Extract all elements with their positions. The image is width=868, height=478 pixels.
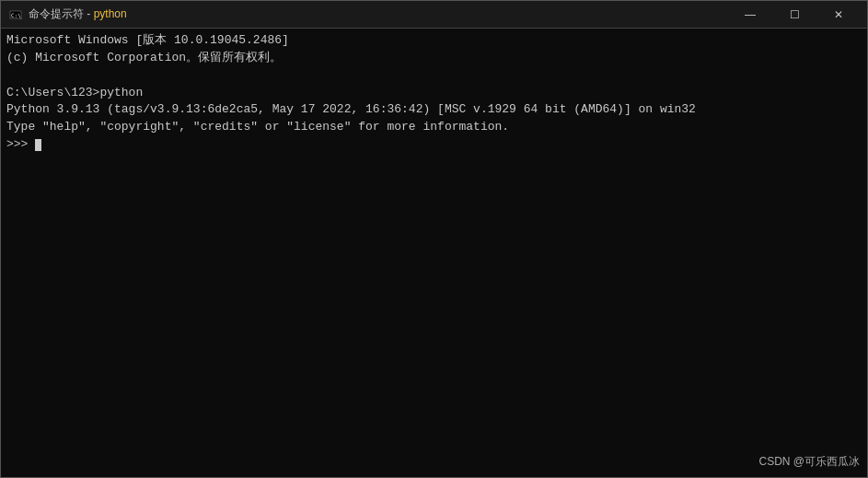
console-line4: C:\Users\123>python [6,86,143,99]
console-line7: >>> [6,137,35,151]
cursor [35,139,41,151]
watermark: CSDN @可乐西瓜冰 [758,454,860,470]
maximize-button[interactable]: ☐ [773,1,816,29]
console-body[interactable]: Microsoft Windows [版本 10.0.19045.2486] (… [1,29,867,477]
title-separator: - [84,7,94,20]
svg-text:C:\_: C:\_ [11,11,22,18]
console-output: Microsoft Windows [版本 10.0.19045.2486] (… [6,32,862,154]
python-title-part: python [94,7,127,20]
titlebar: C:\_ 命令提示符 - python — ☐ ✕ [1,1,867,29]
cmd-icon: C:\_ [8,7,23,22]
console-line1: Microsoft Windows [版本 10.0.19045.2486] [6,33,289,47]
titlebar-controls: — ☐ ✕ [729,1,860,29]
cmd-title-part: 命令提示符 [29,7,84,20]
titlebar-title: 命令提示符 - python [29,6,729,22]
close-button[interactable]: ✕ [817,1,860,29]
minimize-button[interactable]: — [729,1,771,29]
console-line5: Python 3.9.13 (tags/v3.9.13:6de2ca5, May… [6,102,696,116]
cmd-window: C:\_ 命令提示符 - python — ☐ ✕ Microsoft Wind… [0,0,868,478]
console-line2: (c) Microsoft Corporation。保留所有权利。 [6,51,282,64]
console-line6: Type "help", "copyright", "credits" or "… [6,120,509,134]
